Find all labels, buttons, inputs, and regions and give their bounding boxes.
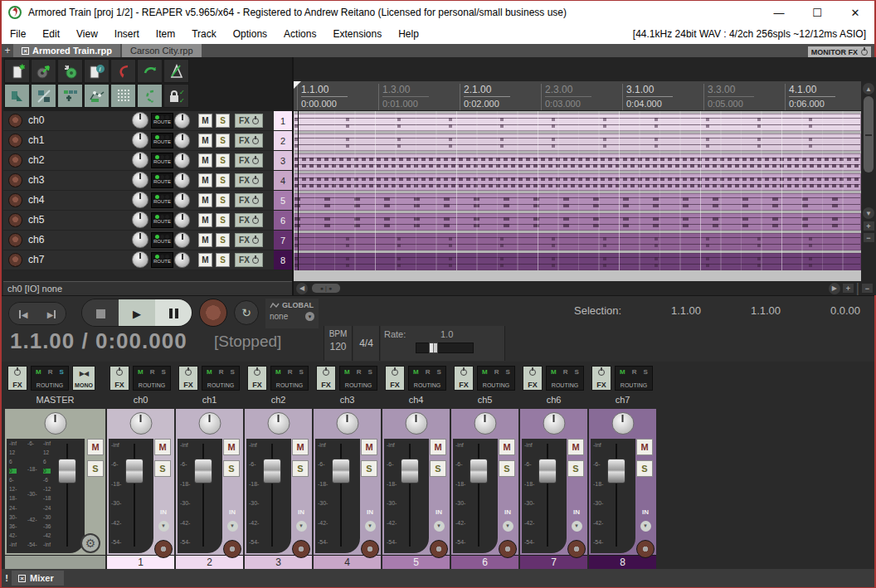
transport-position-display[interactable]: 1.1.00 / 0:00.000 xyxy=(10,328,187,354)
monitor-fx-button[interactable]: MONITOR FX xyxy=(808,46,871,57)
mute-button[interactable]: M xyxy=(198,233,212,247)
pan-knob[interactable] xyxy=(405,412,427,435)
fx-power-icon[interactable] xyxy=(252,197,259,204)
solo-button[interactable]: S xyxy=(216,233,230,247)
menu-item[interactable]: Track xyxy=(183,26,225,42)
menu-item[interactable]: File xyxy=(2,26,34,42)
menu-item[interactable]: Options xyxy=(225,26,275,42)
route-button[interactable]: ROUTE xyxy=(151,212,173,228)
pan-knob[interactable] xyxy=(174,212,190,228)
volume-knob[interactable] xyxy=(132,231,148,248)
master-settings-gear-icon[interactable]: ⚙ xyxy=(80,533,100,553)
fader-handle[interactable] xyxy=(607,459,625,484)
solo-button[interactable]: S xyxy=(292,460,309,477)
scroll-right-icon[interactable]: ▶ xyxy=(829,283,840,294)
master-routing-button[interactable]: MRS ROUTING xyxy=(31,366,69,391)
volume-knob[interactable] xyxy=(132,172,148,188)
pan-knob[interactable] xyxy=(174,153,190,168)
timeline-ruler[interactable]: 1.1.00 0:00.000 1.3.00 0:01.000 2.1.00 0… xyxy=(294,81,861,111)
new-tab-button[interactable]: + xyxy=(2,45,13,57)
track-name[interactable]: ch4 xyxy=(28,194,44,206)
track-lane[interactable] xyxy=(294,131,861,151)
pan-knob[interactable] xyxy=(174,133,190,148)
record-arm-button[interactable] xyxy=(430,540,448,558)
locking-button[interactable]: ✓✓ xyxy=(163,84,189,108)
media-item[interactable] xyxy=(294,193,861,211)
record-arm-button[interactable] xyxy=(8,134,22,148)
record-arm-button[interactable] xyxy=(8,153,22,168)
fx-button[interactable]: FX xyxy=(235,173,263,187)
track-name[interactable]: ch3 xyxy=(28,174,44,186)
track-panel-row[interactable]: ch5 ROUTE M S FX 6 xyxy=(3,211,292,230)
fx-power-icon[interactable] xyxy=(14,369,21,376)
go-to-end-button[interactable]: ▶ xyxy=(37,303,66,325)
global-automation-control[interactable]: GLOBAL none▼ xyxy=(265,299,319,328)
input-select-icon[interactable]: ▼ xyxy=(434,521,445,532)
master-mute-button[interactable]: M xyxy=(87,439,104,455)
mute-button[interactable]: M xyxy=(198,213,212,227)
mute-button[interactable]: M xyxy=(198,193,212,207)
pan-knob[interactable] xyxy=(174,232,190,248)
rate-slider-handle[interactable] xyxy=(429,343,438,353)
record-arm-button[interactable] xyxy=(8,173,22,187)
track-panel-row[interactable]: ch4 ROUTE M S FX 5 xyxy=(3,191,292,210)
solo-button[interactable]: S xyxy=(216,193,230,207)
master-volume-fader[interactable] xyxy=(66,444,68,547)
repeat-button[interactable]: ↻ xyxy=(234,300,259,325)
mute-button[interactable]: M xyxy=(636,439,653,455)
mute-button[interactable]: M xyxy=(198,114,212,128)
solo-button[interactable]: S xyxy=(223,460,240,477)
volume-fader[interactable] xyxy=(271,444,273,547)
route-button[interactable]: ROUTE xyxy=(151,173,173,188)
volume-knob[interactable] xyxy=(132,192,148,208)
mixer-routing-button[interactable]: MRS ROUTING xyxy=(477,366,515,391)
volume-fader[interactable] xyxy=(409,444,411,547)
volume-fader[interactable] xyxy=(340,444,342,547)
selection-length[interactable]: 0.0.00 xyxy=(817,304,860,317)
mixer-fx-button[interactable]: FX xyxy=(316,366,336,391)
mute-button[interactable]: M xyxy=(430,439,446,455)
media-item[interactable] xyxy=(294,153,861,171)
mute-button[interactable]: M xyxy=(567,439,584,455)
track-lane[interactable] xyxy=(294,171,861,191)
dropdown-icon[interactable]: ▼ xyxy=(305,312,314,321)
input-select-icon[interactable]: ▼ xyxy=(158,521,169,532)
fx-power-icon[interactable] xyxy=(252,177,259,184)
mixer-routing-button[interactable]: MRS ROUTING xyxy=(202,366,240,391)
pan-knob[interactable] xyxy=(174,192,190,208)
media-item[interactable] xyxy=(294,134,861,151)
track-panel-row[interactable]: ch3 ROUTE M S FX 4 xyxy=(3,171,292,190)
selection-end[interactable]: 1.1.00 xyxy=(737,304,781,317)
volume-knob[interactable] xyxy=(132,211,148,228)
solo-button[interactable]: S xyxy=(154,460,171,477)
zoom-in-vertical-button[interactable]: + xyxy=(864,221,874,231)
zoom-out-button[interactable]: − xyxy=(862,284,873,293)
fx-button[interactable]: FX xyxy=(235,153,263,168)
route-button[interactable]: ROUTE xyxy=(151,192,173,208)
solo-button[interactable]: S xyxy=(216,134,230,148)
mute-button[interactable]: M xyxy=(198,153,212,168)
mute-button[interactable]: M xyxy=(292,439,309,455)
track-lane[interactable] xyxy=(294,250,861,270)
input-select-icon[interactable]: ▼ xyxy=(572,521,582,532)
fader-handle[interactable] xyxy=(194,459,212,484)
pan-knob[interactable] xyxy=(174,113,190,129)
ripple-editing-button[interactable] xyxy=(57,84,83,108)
fader-handle[interactable] xyxy=(401,459,419,484)
track-lane[interactable] xyxy=(294,111,861,131)
record-arm-button[interactable] xyxy=(8,253,22,267)
solo-button[interactable]: S xyxy=(216,213,230,227)
mixer-fx-button[interactable]: FX xyxy=(385,366,405,391)
solo-button[interactable]: S xyxy=(361,460,377,477)
record-arm-button[interactable] xyxy=(8,213,22,227)
empty-track-area[interactable] xyxy=(294,270,861,281)
input-select-icon[interactable]: ▼ xyxy=(365,521,376,532)
fx-button[interactable]: FX xyxy=(235,134,263,148)
track-lane[interactable] xyxy=(294,151,861,171)
fx-power-icon[interactable] xyxy=(460,369,467,376)
fx-power-icon[interactable] xyxy=(529,369,536,376)
pan-knob[interactable] xyxy=(174,252,190,268)
volume-fader[interactable] xyxy=(134,444,135,547)
fx-power-icon[interactable] xyxy=(254,369,260,376)
record-button[interactable] xyxy=(199,299,227,327)
